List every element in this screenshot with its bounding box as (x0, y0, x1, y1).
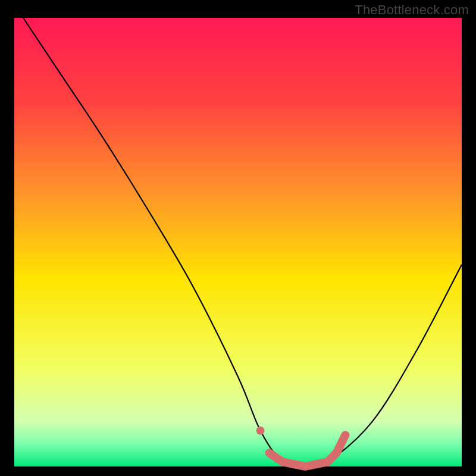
bottleneck-chart (0, 0, 476, 476)
highlight-dot (256, 427, 265, 435)
frame-bottom (0, 466, 476, 476)
gradient-background (14, 18, 462, 466)
frame-left (0, 0, 14, 476)
watermark-text: TheBottleneck.com (355, 2, 469, 18)
frame-right (462, 0, 476, 476)
